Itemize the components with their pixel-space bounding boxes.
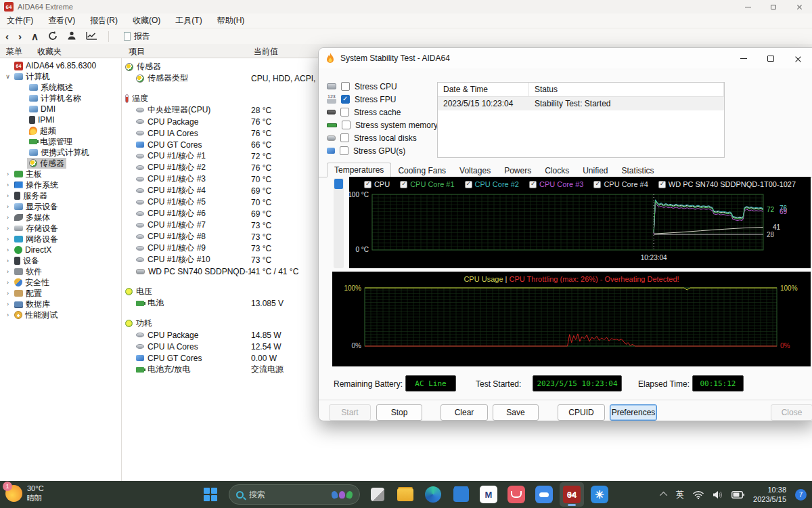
stress-checkbox[interactable]	[340, 108, 349, 117]
stress-checkbox[interactable]	[341, 95, 350, 104]
dialog-button[interactable]: Stop	[376, 404, 422, 421]
tree-chevron-icon[interactable]: ›	[3, 290, 12, 297]
tree-item[interactable]: › 显示设备	[0, 201, 121, 212]
menu-item[interactable]: 工具(T)	[175, 15, 202, 26]
menu-item[interactable]: 收藏(O)	[133, 15, 160, 26]
stress-checkbox[interactable]	[341, 82, 350, 91]
search-box[interactable]: 搜索	[229, 484, 360, 505]
dialog-minimize-button[interactable]	[730, 48, 757, 68]
menu-item[interactable]: 文件(F)	[7, 15, 33, 26]
maximize-button[interactable]	[761, 0, 786, 14]
user-icon[interactable]	[67, 31, 76, 41]
report-button[interactable]: 报告	[120, 29, 154, 43]
tree-item[interactable]: 便携式计算机	[0, 147, 121, 158]
tree-item[interactable]: 超频	[0, 125, 121, 136]
tree-chevron-icon[interactable]: ›	[3, 268, 12, 275]
taskbar-app-huawei-appgallery[interactable]	[504, 482, 528, 507]
legend-checkbox[interactable]	[593, 181, 601, 188]
tree-item[interactable]: › 数据库	[0, 299, 121, 310]
tree-item[interactable]: IPMI	[0, 114, 121, 125]
sidebar-tab-menu[interactable]: 菜单	[6, 46, 22, 58]
chart-tab[interactable]: Unified	[576, 164, 614, 177]
tree-chevron-icon[interactable]: ∨	[3, 73, 12, 80]
tree-item[interactable]: 计算机名称	[0, 93, 121, 104]
menu-item[interactable]: 帮助(H)	[217, 15, 245, 26]
tree-chevron-icon[interactable]: ›	[3, 214, 12, 221]
taskbar-app-edge[interactable]	[421, 482, 445, 507]
tree-item[interactable]: 系统概述	[0, 82, 121, 93]
tree-item[interactable]: › 存储设备	[0, 223, 121, 234]
notification-badge[interactable]: 7	[795, 489, 807, 501]
taskbar-app-marktext[interactable]	[476, 482, 501, 507]
taskbar-app-task-view[interactable]	[365, 482, 390, 507]
tree-chevron-icon[interactable]: ›	[3, 247, 12, 253]
column-header-value[interactable]: 当前值	[254, 46, 278, 58]
tree-item[interactable]: › 设备	[0, 255, 121, 266]
chart-tab[interactable]: Statistics	[615, 164, 661, 177]
dialog-button[interactable]: CPUID	[558, 404, 605, 421]
dialog-button[interactable]: Clear	[441, 404, 488, 421]
tree-item[interactable]: › DirectX	[0, 245, 121, 255]
tree-chevron-icon[interactable]: ›	[3, 301, 12, 308]
tree-item[interactable]: › 软件	[0, 266, 121, 277]
chart-tab[interactable]: Clocks	[538, 164, 576, 177]
chart-scrollbar-thumb[interactable]	[334, 179, 343, 189]
dialog-close-button[interactable]	[784, 48, 811, 68]
chart-tab[interactable]: Temperatures	[327, 163, 391, 177]
tree-item[interactable]: › 安全性	[0, 277, 121, 288]
dialog-button[interactable]: Preferences	[610, 404, 657, 421]
chart-tab[interactable]: Cooling Fans	[391, 164, 453, 177]
log-table-row[interactable]: 2023/5/15 10:23:04 Stability Test: Start…	[438, 97, 724, 110]
wifi-icon[interactable]	[693, 490, 704, 499]
tree-item[interactable]: ∨ 计算机	[0, 71, 121, 82]
tree-item[interactable]: › 主板	[0, 169, 121, 179]
legend-checkbox[interactable]	[529, 181, 537, 188]
tree-item[interactable]: › 配置	[0, 288, 121, 299]
start-button[interactable]	[199, 485, 222, 504]
taskbar-app-file-explorer[interactable]	[393, 482, 418, 507]
stress-checkbox[interactable]	[342, 121, 351, 129]
dialog-button[interactable]: Save	[493, 404, 539, 421]
tree-item[interactable]: › 多媒体	[0, 212, 121, 223]
up-icon[interactable]: ∧	[31, 31, 39, 41]
battery-icon[interactable]	[731, 491, 744, 499]
chart-tab[interactable]: Voltages	[453, 164, 497, 177]
stress-checkbox[interactable]	[340, 146, 348, 155]
tree-item[interactable]: 传感器	[0, 158, 121, 169]
menu-item[interactable]: 报告(R)	[90, 15, 118, 26]
column-header-item[interactable]: 项目	[129, 46, 145, 58]
legend-checkbox[interactable]	[465, 181, 472, 188]
tree-item[interactable]: AIDA64 v6.85.6300	[0, 60, 121, 71]
tree-item[interactable]: › 网络设备	[0, 234, 121, 245]
volume-icon[interactable]	[713, 490, 723, 499]
menu-item[interactable]: 查看(V)	[48, 15, 75, 26]
ime-indicator[interactable]: 英	[676, 489, 684, 501]
back-icon[interactable]: ‹	[5, 31, 9, 41]
minimize-button[interactable]	[735, 0, 761, 14]
refresh-icon[interactable]	[48, 31, 58, 42]
log-column-status[interactable]: Status	[529, 83, 724, 96]
tree-chevron-icon[interactable]: ›	[3, 203, 12, 210]
close-button[interactable]	[786, 0, 812, 14]
tree-item[interactable]: › 操作系统	[0, 179, 121, 190]
chart-scrollbar[interactable]	[334, 178, 344, 268]
tree-item[interactable]: › 性能测试	[0, 310, 121, 320]
tree-chevron-icon[interactable]: ›	[3, 192, 12, 199]
chart-tab[interactable]: Powers	[497, 164, 538, 177]
clock[interactable]: 10:38 2023/5/15	[753, 485, 786, 504]
tree-chevron-icon[interactable]: ›	[3, 257, 12, 264]
tree-item[interactable]: DMI	[0, 104, 121, 114]
legend-checkbox[interactable]	[364, 181, 371, 188]
forward-icon[interactable]: ›	[18, 31, 22, 41]
log-column-datetime[interactable]: Date & Time	[438, 83, 529, 96]
tree-item[interactable]: 电源管理	[0, 136, 121, 147]
tree-chevron-icon[interactable]: ›	[3, 279, 12, 286]
taskbar-app-microsoft-store[interactable]	[449, 482, 473, 507]
tree-chevron-icon[interactable]: ›	[3, 312, 12, 318]
dialog-button[interactable]: Close	[771, 404, 812, 421]
weather-widget[interactable]: 1 30°C 晴朗	[5, 484, 44, 503]
graph-icon[interactable]	[86, 31, 97, 41]
tree-chevron-icon[interactable]: ›	[3, 182, 12, 188]
legend-checkbox[interactable]	[400, 181, 407, 188]
taskbar-app-asterisk-app[interactable]	[587, 482, 612, 507]
